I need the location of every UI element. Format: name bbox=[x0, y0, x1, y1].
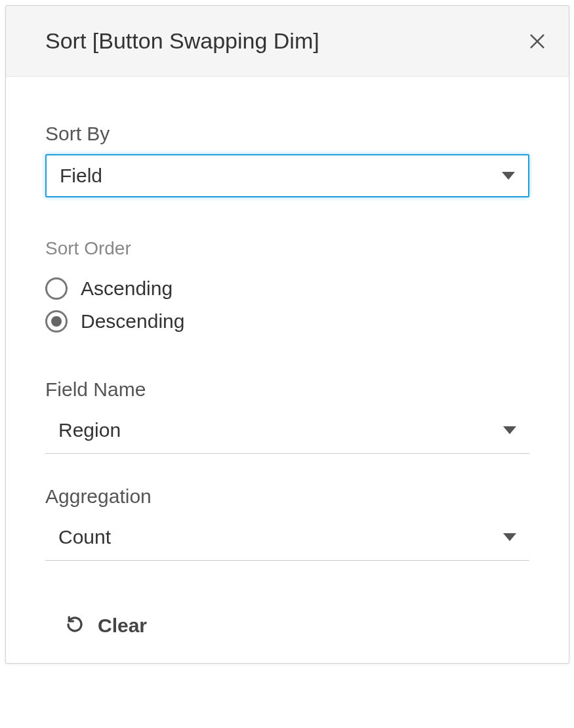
sort-order-section: Sort Order Ascending Descending bbox=[45, 238, 529, 338]
dialog-title: Sort [Button Swapping Dim] bbox=[45, 28, 319, 54]
aggregation-value: Count bbox=[58, 526, 111, 548]
sort-dialog: Sort [Button Swapping Dim] Sort By Field… bbox=[5, 5, 569, 664]
chevron-down-icon bbox=[502, 172, 515, 180]
radio-icon-selected bbox=[45, 310, 68, 333]
aggregation-dropdown[interactable]: Count bbox=[45, 517, 529, 561]
field-name-section: Field Name Region bbox=[45, 378, 529, 454]
radio-descending-label: Descending bbox=[81, 310, 184, 333]
field-name-dropdown[interactable]: Region bbox=[45, 410, 529, 454]
field-name-label: Field Name bbox=[45, 378, 529, 401]
chevron-down-icon bbox=[503, 533, 516, 541]
close-button[interactable] bbox=[527, 31, 548, 52]
radio-ascending-label: Ascending bbox=[81, 277, 173, 300]
dialog-header: Sort [Button Swapping Dim] bbox=[6, 6, 569, 77]
radio-ascending[interactable]: Ascending bbox=[45, 272, 529, 305]
radio-icon bbox=[45, 277, 68, 300]
aggregation-label: Aggregation bbox=[45, 485, 529, 508]
clear-label: Clear bbox=[98, 615, 147, 637]
sort-by-section: Sort By Field bbox=[45, 123, 529, 197]
aggregation-section: Aggregation Count bbox=[45, 485, 529, 561]
sort-by-dropdown[interactable]: Field bbox=[45, 154, 529, 197]
undo-icon bbox=[65, 615, 85, 637]
field-name-value: Region bbox=[58, 419, 121, 441]
clear-button[interactable]: Clear bbox=[45, 615, 529, 637]
radio-descending[interactable]: Descending bbox=[45, 305, 529, 338]
radio-inner-dot bbox=[51, 316, 62, 327]
sort-order-radio-group: Ascending Descending bbox=[45, 272, 529, 338]
sort-by-label: Sort By bbox=[45, 123, 529, 145]
sort-by-value: Field bbox=[60, 165, 102, 187]
close-icon bbox=[528, 32, 546, 51]
dialog-body: Sort By Field Sort Order Ascending Desce… bbox=[6, 77, 569, 663]
sort-order-label: Sort Order bbox=[45, 238, 529, 259]
chevron-down-icon bbox=[503, 426, 516, 434]
